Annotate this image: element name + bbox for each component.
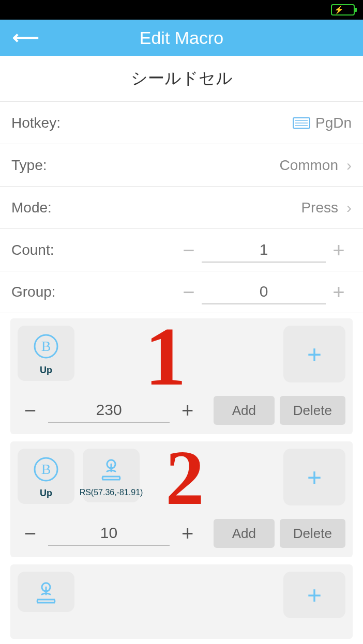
hotkey-value: PgDn	[315, 115, 352, 131]
action-b-button[interactable]: B Up	[18, 449, 74, 504]
delete-step-button[interactable]: Delete	[280, 396, 345, 425]
action-label: Up	[40, 365, 52, 376]
row-group: Group: − 0 +	[0, 271, 363, 313]
count-label: Count:	[11, 242, 54, 258]
step-card: +	[10, 564, 353, 639]
add-action-button[interactable]: +	[283, 449, 345, 505]
row-count: Count: − 1 +	[0, 228, 363, 271]
plus-icon: +	[307, 581, 322, 609]
title-bar: ⟵ Edit Macro	[0, 20, 363, 56]
add-action-button[interactable]: +	[283, 326, 345, 382]
battery-charging-icon: ⚡	[331, 4, 355, 16]
mode-value: Press	[301, 200, 338, 216]
row-hotkey[interactable]: Hotkey: PgDn	[0, 101, 363, 144]
group-value[interactable]: 0	[202, 280, 326, 304]
joystick-icon	[97, 455, 126, 484]
steps-list: B Up + − 230 + Add Delete 1 B Up	[0, 318, 363, 639]
b-button-icon: B	[32, 455, 61, 484]
count-value[interactable]: 1	[202, 238, 326, 263]
row-type[interactable]: Type: Common ›	[0, 144, 363, 186]
delay-value[interactable]: 10	[48, 521, 170, 546]
delay-value[interactable]: 230	[48, 398, 170, 423]
macro-name[interactable]: シールドセル	[0, 56, 363, 101]
chevron-right-icon: ›	[346, 157, 352, 174]
type-value: Common	[279, 157, 338, 174]
action-label: RS(57.36,-81.91)	[80, 488, 143, 497]
add-step-button[interactable]: Add	[214, 519, 275, 548]
count-increment[interactable]: +	[326, 240, 352, 260]
plus-icon: +	[307, 463, 322, 492]
add-action-button[interactable]: +	[283, 572, 345, 618]
joystick-icon	[32, 578, 61, 607]
delay-increment[interactable]: +	[175, 400, 200, 421]
step-card: B Up + − 230 + Add Delete 1	[10, 318, 353, 434]
chevron-right-icon: ›	[346, 199, 352, 217]
page-title: Edit Macro	[0, 28, 363, 48]
delay-increment[interactable]: +	[175, 523, 200, 544]
action-b-button[interactable]: B Up	[18, 326, 74, 381]
step-card: B Up RS(57.36,-81.91) + − 10 + Add Delet…	[10, 441, 353, 557]
action-label: Up	[40, 488, 52, 499]
status-bar: ⚡	[0, 0, 363, 20]
delay-decrement[interactable]: −	[18, 400, 43, 421]
mode-label: Mode:	[11, 200, 52, 216]
add-step-button[interactable]: Add	[214, 396, 275, 425]
action-joystick[interactable]	[18, 572, 74, 612]
group-increment[interactable]: +	[326, 282, 352, 302]
hotkey-label: Hotkey:	[11, 115, 61, 131]
action-joystick[interactable]: RS(57.36,-81.91)	[83, 449, 140, 502]
keyboard-icon	[293, 117, 310, 129]
svg-text:B: B	[41, 338, 51, 354]
back-button[interactable]: ⟵	[12, 27, 37, 49]
group-decrement[interactable]: −	[176, 282, 202, 302]
type-label: Type:	[11, 157, 47, 174]
delay-decrement[interactable]: −	[18, 523, 43, 544]
b-button-icon: B	[32, 332, 61, 361]
svg-text:B: B	[41, 461, 51, 477]
count-decrement[interactable]: −	[176, 240, 202, 260]
group-label: Group:	[11, 284, 56, 300]
delete-step-button[interactable]: Delete	[280, 519, 345, 548]
row-mode[interactable]: Mode: Press ›	[0, 186, 363, 228]
plus-icon: +	[307, 340, 322, 369]
